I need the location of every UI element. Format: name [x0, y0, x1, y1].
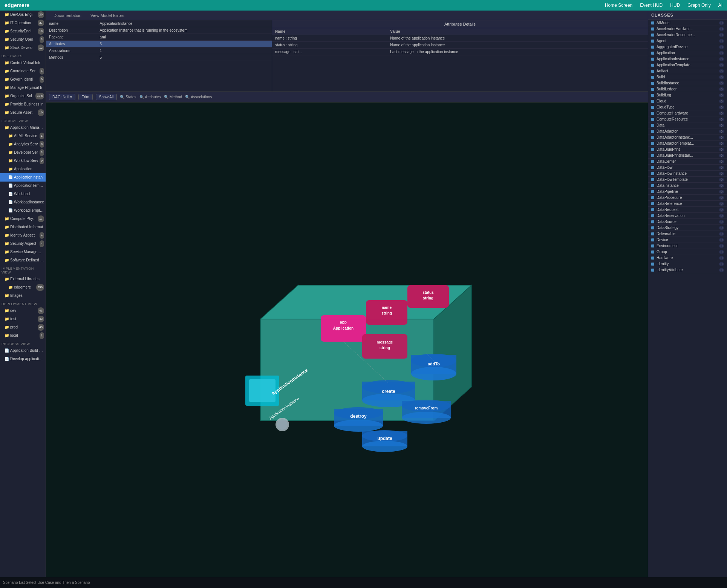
sidebar-item-application-build-proc[interactable]: 📄Application Build Proc: [0, 347, 46, 355]
class-item-buildledger[interactable]: BuildLedger0: [648, 86, 727, 92]
class-item-datareference[interactable]: DataReference0: [648, 201, 727, 207]
attr-row[interactable]: DescriptionApplication Instance that is …: [46, 27, 272, 34]
sidebar-item-control-virtual-infr[interactable]: 📁Control Virtual Infr: [0, 59, 46, 67]
class-item-datacenter[interactable]: DataCenter0: [648, 159, 727, 165]
sidebar-item-applicationinstan[interactable]: 📄ApplicationInstan: [0, 173, 46, 182]
class-item-aggregateddevice[interactable]: AggregatedDevice0: [648, 44, 727, 50]
attr-row[interactable]: Packageaml: [46, 34, 272, 41]
attributes-btn[interactable]: 🔍 Attributes: [139, 95, 161, 99]
class-item-datablueprintinstan---[interactable]: DataBluePrintInstan...0: [648, 153, 727, 159]
sidebar-item-security-aspect[interactable]: 📁Security Aspect4: [0, 240, 46, 248]
sidebar-item-govern-identi[interactable]: 📁Govern Identi0: [0, 75, 46, 84]
sidebar-item-stack-develo[interactable]: 📁Stack Develo12: [0, 44, 46, 52]
class-item-application[interactable]: Application0: [648, 50, 727, 56]
class-item-datarequest[interactable]: DataRequest0: [648, 207, 727, 213]
method-btn[interactable]: 🔍 Method: [164, 95, 182, 99]
class-item-aimodel[interactable]: AIModel0: [648, 20, 727, 26]
sidebar-item-coordinate-ser[interactable]: 📁Coordinate Ser4: [0, 67, 46, 75]
class-item-build[interactable]: Build0: [648, 74, 727, 80]
class-item-applicationinstance[interactable]: ApplicationInstance0: [648, 56, 727, 62]
class-item-dataflowtemplate[interactable]: DataFlowTemplate0: [648, 177, 727, 183]
nav-home[interactable]: Home Screen: [605, 3, 632, 8]
class-item-buildinstance[interactable]: BuildInstance0: [648, 80, 727, 86]
attr-row[interactable]: nameApplicationInstance: [46, 20, 272, 27]
sidebar-item-workflow-serv[interactable]: 📁Workflow Serv0: [0, 157, 46, 165]
class-item-computehardware[interactable]: ComputeHardware0: [648, 110, 727, 116]
sidebar-item-securityengi[interactable]: 📁SecurityEngi10: [0, 27, 46, 35]
attr-row[interactable]: Associations1: [46, 47, 272, 54]
class-item-dataadaptor[interactable]: DataAdaptor0: [648, 128, 727, 134]
class-item-cloud[interactable]: Cloud0: [648, 98, 727, 104]
sidebar-item-compute-physical[interactable]: 📁Compute Physical17: [0, 215, 46, 223]
attr-row[interactable]: Attributes3: [46, 41, 272, 47]
sidebar-item-dev[interactable]: 📁dev43: [0, 307, 46, 315]
graph-area[interactable]: addTo create removeFrom destroy: [46, 102, 648, 577]
class-item-buildlog[interactable]: BuildLog0: [648, 92, 727, 98]
attr-right-row[interactable]: message : stri...Last message in the app…: [272, 49, 648, 55]
class-item-computeresource[interactable]: ComputeResource0: [648, 116, 727, 122]
sidebar-item-it-operation[interactable]: 📁IT Operation37: [0, 19, 46, 27]
classes-list[interactable]: AIModel0AcceleratorHardwar...0Accelerato…: [648, 20, 727, 577]
sidebar-item-organize-sol[interactable]: 📁Organize Sol18 s: [0, 92, 46, 100]
class-item-group[interactable]: Group0: [648, 249, 727, 255]
sidebar-item-application-manageme[interactable]: 📁Application Manageme: [0, 124, 46, 132]
class-item-datastrategy[interactable]: DataStrategy0: [648, 225, 727, 231]
class-item-dataflowinstance[interactable]: DataFlowInstance0: [648, 171, 727, 177]
sidebar-item-prod[interactable]: 📁prod43: [0, 323, 46, 331]
tab-documentation[interactable]: Documentation: [49, 12, 86, 20]
sidebar-item-images[interactable]: 📁Images: [0, 292, 46, 300]
class-item-dataprocedure[interactable]: DataProcedure0: [648, 195, 727, 201]
sidebar-item-software-defined-infr[interactable]: 📁Software Defined Infr: [0, 256, 46, 264]
sidebar-item-analytics-serv[interactable]: 📁Analytics Serv0: [0, 140, 46, 148]
sidebar-item-distributed-informat[interactable]: 📁Distributed Informat: [0, 223, 46, 231]
class-item-identity[interactable]: Identity0: [648, 261, 727, 267]
class-item-dataadaptorinstanc---[interactable]: DataAdaptorInstanc...0: [648, 134, 727, 141]
class-item-datasource[interactable]: DataSource0: [648, 219, 727, 225]
class-item-data[interactable]: Data0: [648, 122, 727, 128]
sidebar-item-service-management[interactable]: 📁Service Management: [0, 248, 46, 256]
class-item-cloudtype[interactable]: CloudType0: [648, 104, 727, 110]
show-all-btn[interactable]: Show All: [96, 94, 117, 100]
sidebar-item-applicationtemplat[interactable]: 📄ApplicationTemplat: [0, 182, 46, 190]
tab-view-model-errors[interactable]: View Model Errors: [86, 12, 129, 20]
sidebar-item-provide-business-ir[interactable]: 📁Provide Business Ir: [0, 100, 46, 108]
sidebar-item-workloadtemplate[interactable]: 📄WorkloadTemplate: [0, 206, 46, 215]
associations-btn[interactable]: 🔍 Associations: [185, 95, 212, 99]
nav-ai[interactable]: AI: [718, 3, 722, 8]
class-item-identityattribute[interactable]: IdentityAttribute0: [648, 267, 727, 273]
class-item-acceleratorresource---[interactable]: AcceleratorResource...0: [648, 32, 727, 38]
sidebar-item-workloadinstance[interactable]: 📄WorkloadInstance: [0, 198, 46, 206]
class-item-datapipeline[interactable]: DataPipeline0: [648, 189, 727, 195]
attr-right-row[interactable]: name : stringName of the application ins…: [272, 35, 648, 42]
class-item-dataflow[interactable]: DataFlow0: [648, 165, 727, 171]
class-item-datainstance[interactable]: DataInstance0: [648, 183, 727, 189]
class-item-datareservation[interactable]: DataReservation0: [648, 213, 727, 219]
sidebar-item-devops-engi[interactable]: 📁DevOps Engi20: [0, 11, 46, 19]
attr-row[interactable]: Methods5: [46, 54, 272, 61]
sidebar-item-application[interactable]: 📁Application: [0, 165, 46, 173]
sidebar-item-ai-ml-service[interactable]: 📁AI ML Service1: [0, 132, 46, 140]
class-item-hardware[interactable]: Hardware0: [648, 255, 727, 261]
sidebar-item-secure-asset[interactable]: 📁Secure Asset10: [0, 108, 46, 117]
sidebar-item-developer-ser[interactable]: 📁Developer Ser3: [0, 148, 46, 157]
class-item-agent[interactable]: Agent0: [648, 38, 727, 44]
nav-event-hud[interactable]: Event HUD: [640, 3, 663, 8]
class-item-artifact[interactable]: Artifact0: [648, 68, 727, 74]
sidebar-item-test[interactable]: 📁test43: [0, 315, 46, 323]
nav-graph-only[interactable]: Graph Only: [687, 3, 710, 8]
dag-select-btn[interactable]: DAG: Null ▾: [49, 94, 75, 100]
sidebar-item-workload[interactable]: 📄Workload: [0, 190, 46, 198]
trim-btn[interactable]: Trim: [78, 94, 93, 100]
class-item-deliverable[interactable]: Deliverable0: [648, 231, 727, 237]
attr-right-row[interactable]: status : stringName of the application i…: [272, 42, 648, 49]
sidebar-item-develop-application-p[interactable]: 📄Develop application P: [0, 355, 46, 363]
sidebar-item-local[interactable]: 📁local1: [0, 331, 46, 340]
class-item-dataadaptortemplat---[interactable]: DataAdaptorTemplat...0: [648, 141, 727, 147]
class-item-device[interactable]: Device0: [648, 237, 727, 243]
sidebar-item-identity-aspect[interactable]: 📁Identity Aspect4: [0, 231, 46, 240]
states-btn[interactable]: 🔍 States: [120, 95, 136, 99]
sidebar-item-edgemere[interactable]: 📁edgemere250: [0, 283, 46, 292]
nav-hud[interactable]: HUD: [670, 3, 680, 8]
class-item-acceleratorhardwar---[interactable]: AcceleratorHardwar...0: [648, 26, 727, 32]
class-item-environment[interactable]: Environment0: [648, 243, 727, 249]
